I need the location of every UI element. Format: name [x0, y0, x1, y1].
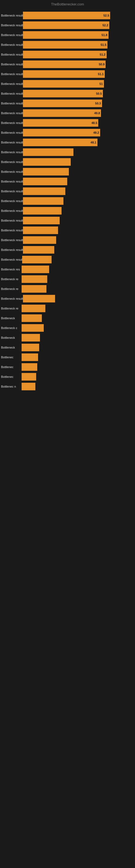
bar-wrapper [23, 295, 135, 303]
bar-label: Bottleneck re [0, 287, 21, 290]
bar-label: Bottleneck result [0, 248, 23, 251]
list-item: Bottleneck result51.5 [0, 40, 135, 49]
bar-label: Bottleneck result [0, 239, 23, 242]
bar-wrapper [21, 373, 135, 380]
bar: 50.5 [23, 90, 103, 97]
list-item: Bottlenec [0, 363, 135, 371]
bar-wrapper [23, 197, 135, 205]
list-item: Bottleneck result51 [0, 80, 135, 88]
bar-label: Bottleneck result [0, 82, 23, 86]
bar-label: Bottleneck [0, 346, 21, 349]
bar-wrapper: 48.1 [23, 138, 135, 146]
list-item: Bottleneck result52.2 [0, 21, 135, 30]
bar: 48.5 [23, 119, 98, 127]
list-item: Bottleneck result49.2 [0, 128, 135, 137]
bar: 51 [23, 80, 104, 88]
list-item: Bottlenec [0, 372, 135, 381]
bar-label: Bottleneck result [0, 33, 23, 37]
list-item: Bottlenec n [0, 382, 135, 391]
bar-label: Bottleneck result [0, 160, 23, 163]
bar-label: Bottleneck c [0, 326, 21, 330]
list-item: Bottleneck result50.9 [0, 60, 135, 69]
bar: 52.2 [23, 22, 109, 29]
list-item: Bottleneck result [0, 197, 135, 205]
bar-label: Bottleneck result [0, 170, 23, 173]
chart-container: Bottleneck result52.5Bottleneck result52… [0, 7, 135, 395]
bar-label: Bottleneck result [0, 209, 23, 212]
bar [21, 383, 35, 390]
bar-value: 49.8 [94, 112, 100, 115]
list-item: Bottleneck result51.2 [0, 50, 135, 59]
bar [21, 373, 36, 380]
bar-wrapper [21, 285, 135, 293]
bar [21, 353, 38, 361]
bar-label: Bottleneck result [0, 43, 23, 46]
bar-label: Bottleneck result [0, 14, 23, 17]
bar [21, 334, 40, 341]
list-item: Bottleneck result [0, 187, 135, 195]
bar: 49.8 [23, 109, 101, 117]
bar: 51.8 [23, 31, 108, 39]
bar-value: 51.1 [98, 72, 104, 76]
bar: 49.2 [23, 129, 100, 136]
bar-wrapper [22, 256, 135, 264]
list-item: Bottleneck re [0, 304, 135, 313]
bar-value: 50.9 [99, 63, 104, 66]
bar-label: Bottleneck resul [0, 258, 22, 261]
bar-wrapper: 49.8 [23, 109, 135, 117]
bar [23, 226, 58, 234]
bar-wrapper [23, 178, 135, 185]
bar-label: Bottleneck result [0, 141, 23, 144]
list-item: Bottleneck result [0, 216, 135, 225]
bar-wrapper [23, 207, 135, 215]
bar [21, 305, 45, 312]
bar-label: Bottleneck result [0, 121, 23, 124]
bar-wrapper [21, 383, 135, 390]
bar-wrapper: 51.2 [23, 51, 135, 58]
bar-label: Bottleneck result [0, 131, 23, 134]
bar-label: Bottlenec [0, 355, 21, 359]
bar-wrapper: 51.5 [23, 41, 135, 49]
bar-wrapper: 50.3 [23, 99, 135, 107]
bar [23, 207, 61, 215]
site-title: TheBottlenecker.com [51, 2, 84, 6]
list-item: Bottleneck [0, 333, 135, 342]
list-item: Bottleneck result [0, 148, 135, 156]
bar [23, 295, 55, 303]
bar-label: Bottleneck re [0, 278, 21, 281]
bar [23, 217, 60, 224]
list-item: Bottleneck result [0, 207, 135, 215]
bar-value: 51.8 [101, 33, 107, 37]
bar-wrapper: 51.1 [23, 70, 135, 78]
bar-wrapper [21, 334, 135, 341]
bar-wrapper [23, 217, 135, 224]
bar-wrapper [21, 353, 135, 361]
list-item: Bottleneck result51.1 [0, 70, 135, 79]
bar: 50.9 [23, 61, 105, 68]
bar [23, 168, 69, 176]
bar [21, 266, 49, 273]
list-item: Bottleneck result [0, 226, 135, 235]
list-item: Bottleneck result51.8 [0, 31, 135, 39]
bar-label: Bottleneck result [0, 297, 23, 300]
bar-label: Bottleneck result [0, 180, 23, 183]
bar-wrapper [21, 363, 135, 371]
bar-wrapper [21, 344, 135, 351]
bar-wrapper [21, 266, 135, 273]
bar [23, 148, 74, 156]
bar-value: 51.2 [100, 53, 105, 56]
bar-wrapper: 50.9 [23, 61, 135, 68]
bar [23, 187, 65, 195]
bar-value: 50.5 [96, 92, 102, 95]
bar-label: Bottlenec [0, 365, 21, 369]
list-item: Bottleneck re [0, 284, 135, 293]
list-item: Bottleneck result [0, 167, 135, 176]
list-item: Bottleneck result [0, 236, 135, 244]
bar [22, 256, 52, 264]
bar [21, 344, 39, 351]
bar-label: Bottleneck result [0, 24, 23, 27]
bar-value: 48.5 [92, 121, 97, 124]
bar-wrapper: 51 [23, 80, 135, 88]
bar-label: Bottleneck result [0, 190, 23, 193]
bar: 52.5 [23, 12, 110, 19]
